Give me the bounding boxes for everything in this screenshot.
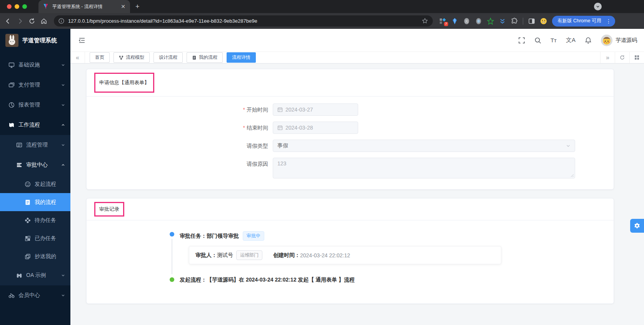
sidebar-item-reports[interactable]: 报表管理	[0, 95, 70, 115]
binoculars-icon	[16, 272, 22, 278]
search-icon[interactable]	[534, 37, 541, 44]
sidebar-item-cc-me[interactable]: 抄送我的	[0, 247, 70, 265]
browser-tab[interactable]: 芋道管理系统 - 流程详情 ✕	[38, 0, 130, 13]
macos-close-button[interactable]	[7, 4, 12, 9]
timeline-connector	[172, 239, 172, 274]
sidebar-item-label: 已办任务	[35, 235, 56, 242]
sidebar-item-oa-example[interactable]: OA 示例	[0, 265, 70, 285]
browser-menu-icon[interactable]: ⋮	[604, 18, 613, 24]
tab-close-icon[interactable]: ✕	[120, 3, 126, 10]
tab-search-button[interactable]	[594, 3, 602, 10]
site-info-icon[interactable]	[58, 18, 64, 24]
sidebar-item-payment[interactable]: 支付管理	[0, 75, 70, 95]
chevron-down-icon	[596, 5, 600, 8]
tags-scroll-left[interactable]: «	[70, 52, 85, 63]
tag-label: 设计流程	[159, 54, 177, 61]
locale-icon[interactable]: 文A	[566, 37, 576, 44]
sidebar: 芋道管理系统 基础设施 支付管理	[0, 29, 70, 325]
record-card-title: 审批记录	[94, 202, 124, 217]
macos-zoom-button[interactable]	[22, 4, 27, 9]
sidebar-item-todo-tasks[interactable]: 待办任务	[0, 211, 70, 229]
chevron-down-icon	[566, 143, 571, 148]
browser-tabstrip: 芋道管理系统 - 流程详情 ✕ +	[0, 0, 644, 13]
stacked-bars-icon	[16, 162, 22, 168]
sidebar-item-initiate-process[interactable]: 发起流程	[0, 175, 70, 193]
tags-scroll-right[interactable]: »	[600, 52, 615, 63]
tag-tab-my-process[interactable]: 我的流程	[187, 52, 223, 63]
sidebar-item-workflow[interactable]: 工作流程	[0, 115, 70, 135]
leave-type-label: 请假类型	[233, 140, 273, 152]
sidebar-item-my-process[interactable]: 我的流程	[0, 193, 70, 211]
bicycle-icon	[8, 292, 15, 298]
sidebar-item-label: 我的流程	[35, 199, 56, 206]
sidebar-item-label: 审批中心	[26, 162, 48, 168]
chevron-up-icon	[61, 163, 65, 167]
extension-circle-icon[interactable]	[475, 18, 482, 25]
copy-icon	[25, 253, 31, 260]
leave-type-select[interactable]: 事假	[273, 140, 575, 152]
app-logo[interactable]: 芋道管理系统	[0, 29, 70, 52]
browser-window: 芋道管理系统 - 流程详情 ✕ + 127.0.0.1/bpm/process-…	[0, 0, 644, 325]
theme-settings-button[interactable]	[630, 219, 644, 233]
pie-chart-icon	[8, 102, 15, 108]
sidebar-item-done-tasks[interactable]: 已办任务	[0, 229, 70, 247]
tag-tab-process-detail[interactable]: 流程详情	[227, 52, 256, 63]
url-bar[interactable]: 127.0.0.1/bpm/process-instance/detail?id…	[54, 15, 433, 27]
chevron-down-icon	[61, 273, 65, 277]
back-icon[interactable]	[5, 18, 12, 25]
sidebar-item-label: 抄送我的	[35, 253, 56, 260]
tab-title: 芋道管理系统 - 流程详情	[52, 3, 117, 10]
tags-menu-button[interactable]	[629, 52, 644, 63]
fullscreen-icon[interactable]	[518, 37, 525, 44]
extension-gem-icon[interactable]	[451, 18, 458, 25]
side-panel-icon[interactable]	[528, 18, 535, 25]
macos-minimize-button[interactable]	[15, 4, 19, 9]
sidebar-collapse-icon[interactable]	[78, 37, 86, 44]
extension-star-icon[interactable]	[487, 18, 494, 25]
app-title: 芋道管理系统	[22, 37, 57, 44]
leave-reason-textarea[interactable]: 123	[273, 158, 575, 178]
extension-yuan-icon[interactable]: 元	[463, 18, 470, 25]
chrome-update-button[interactable]: 有新版 Chrome 可用 ⋮	[552, 16, 615, 27]
user-menu[interactable]: 芋道源码	[601, 35, 637, 46]
start-time-input[interactable]: 2024-03-27	[273, 103, 358, 116]
tag-tab-process-model[interactable]: 流程模型	[113, 52, 150, 63]
sidebar-item-process-management[interactable]: 流程管理	[0, 135, 70, 155]
leave-reason-value: 123	[277, 160, 286, 167]
end-time-input[interactable]: 2024-03-28	[273, 122, 358, 134]
tag-label: 流程模型	[126, 54, 144, 61]
emoji-extension-icon[interactable]	[540, 18, 547, 25]
new-tab-button[interactable]: +	[135, 3, 140, 11]
macos-traffic-lights	[7, 4, 27, 9]
payment-icon	[8, 82, 15, 88]
sidebar-item-approval-center[interactable]: 审批中心	[0, 155, 70, 175]
chevron-down-icon	[61, 63, 65, 67]
svg-text:元: 元	[465, 20, 468, 23]
bell-icon[interactable]	[585, 37, 592, 44]
font-size-icon[interactable]: Tт	[551, 37, 557, 43]
extensions-puzzle-icon[interactable]	[511, 18, 518, 25]
home-icon[interactable]	[40, 18, 47, 25]
extension-chevrons-icon[interactable]	[499, 18, 506, 25]
extension-badge: 7	[444, 22, 448, 26]
bookmark-star-icon[interactable]	[422, 18, 428, 24]
leave-reason-label: 请假原因	[233, 158, 273, 170]
tag-tab-design-process[interactable]: 设计流程	[153, 52, 183, 63]
status-badge: 审批中	[243, 231, 264, 241]
forward-icon[interactable]	[17, 18, 23, 25]
tags-refresh-button[interactable]	[615, 52, 629, 63]
resize-handle-icon[interactable]	[571, 174, 574, 177]
tag-label: 流程详情	[232, 54, 250, 61]
sidebar-item-member-center[interactable]: 会员中心	[0, 285, 70, 305]
application-form: 开始时间 2024-03-27 结束时间	[87, 97, 614, 189]
refresh-icon	[620, 55, 625, 60]
tag-tab-home[interactable]: 首页	[90, 52, 110, 63]
end-time-label: 结束时间	[233, 122, 273, 134]
approver-label: 审批人：	[195, 252, 217, 259]
reload-icon[interactable]	[28, 18, 35, 25]
list-icon	[16, 142, 22, 148]
sidebar-item-label: 待办任务	[35, 217, 56, 224]
extension-blocks-icon[interactable]: 7	[439, 18, 446, 25]
sidebar-item-infrastructure[interactable]: 基础设施	[0, 55, 70, 75]
page-content: 申请信息【通用表单】 开始时间 2024-03-27	[70, 63, 644, 325]
